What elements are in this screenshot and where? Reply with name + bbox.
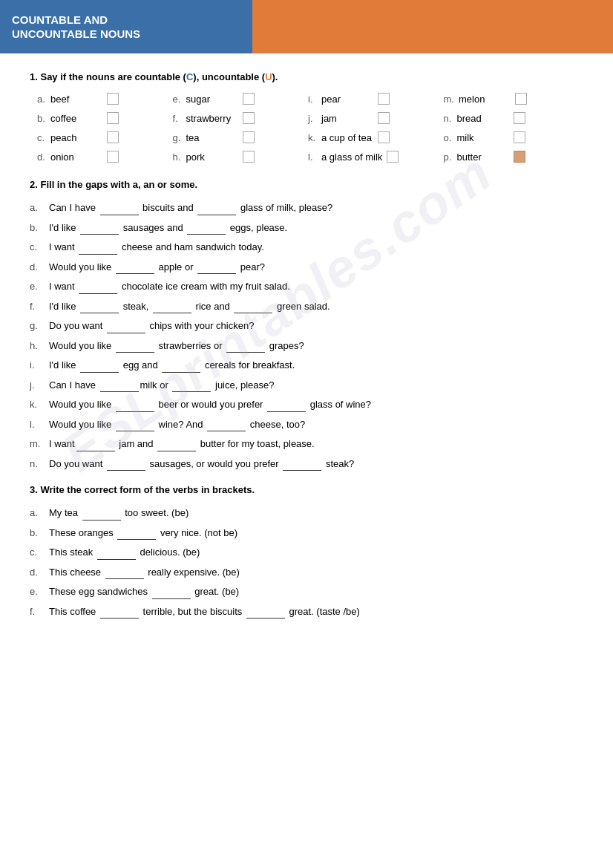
noun-label: c. xyxy=(37,132,46,143)
fill-blank[interactable] xyxy=(79,244,117,255)
fill-blank[interactable] xyxy=(234,303,272,313)
verb-blank[interactable] xyxy=(97,549,136,560)
fill-item-label: l. xyxy=(30,417,46,432)
noun-label: j. xyxy=(308,113,317,124)
fill-blank[interactable] xyxy=(100,205,139,215)
noun-label: d. xyxy=(37,151,46,163)
noun-checkbox[interactable] xyxy=(514,151,525,163)
fill-item-text: Would you like beer or would you prefer … xyxy=(49,397,371,412)
fill-item-text: Would you like wine? And cheese, too? xyxy=(49,417,305,432)
noun-item: p.butter xyxy=(444,151,577,163)
noun-name: pork xyxy=(186,151,238,163)
fill-item-label: d. xyxy=(30,260,46,275)
fill-item-text: I want cheese and ham sandwich today. xyxy=(49,240,264,255)
noun-checkbox[interactable] xyxy=(514,131,525,143)
verb-item-label: d. xyxy=(30,565,46,580)
section3-instruction: Write the correct form of the verbs in b… xyxy=(40,484,255,495)
section2-number: 2. xyxy=(30,179,38,190)
noun-label: l. xyxy=(308,151,317,163)
fill-blank[interactable] xyxy=(207,421,246,431)
nouns-grid: a.beefe.sugari.pearm.melonb.coffeef.stra… xyxy=(30,93,583,163)
fill-blank[interactable] xyxy=(172,382,211,392)
fill-blank[interactable] xyxy=(267,402,306,412)
fill-blank[interactable] xyxy=(80,362,119,373)
verb-blank[interactable] xyxy=(152,589,191,599)
noun-item: l.a glass of milk xyxy=(308,151,441,163)
fill-blank[interactable] xyxy=(76,441,115,451)
noun-checkbox[interactable] xyxy=(243,112,255,124)
header-accent xyxy=(252,0,613,53)
fill-blank[interactable] xyxy=(116,402,154,412)
fill-item-label: c. xyxy=(30,240,46,255)
noun-checkbox[interactable] xyxy=(514,112,525,124)
fill-blank[interactable] xyxy=(197,264,236,274)
noun-checkbox[interactable] xyxy=(378,131,390,143)
fill-item-label: n. xyxy=(30,457,46,471)
fill-blank[interactable] xyxy=(107,323,145,333)
noun-item: e.sugar xyxy=(173,93,306,105)
fill-blank[interactable] xyxy=(162,362,200,373)
verb-item-label: e. xyxy=(30,584,46,599)
fill-blank[interactable] xyxy=(116,342,154,353)
fill-blank[interactable] xyxy=(80,303,119,313)
noun-item: c.peach xyxy=(37,131,170,143)
fill-item-label: f. xyxy=(30,299,46,314)
noun-checkbox[interactable] xyxy=(378,93,390,105)
section2-instruction: Fill in the gaps with a, an or some. xyxy=(40,179,197,190)
noun-name: melon xyxy=(459,94,511,105)
noun-label: a. xyxy=(37,94,46,105)
noun-item: b.coffee xyxy=(37,112,170,124)
fill-blank[interactable] xyxy=(187,224,226,235)
fill-blank[interactable] xyxy=(226,342,265,353)
verb-item-label: a. xyxy=(30,506,46,521)
verb-blank[interactable] xyxy=(105,569,144,579)
noun-checkbox[interactable] xyxy=(107,112,119,124)
noun-name: sugar xyxy=(186,94,238,105)
fill-blank[interactable] xyxy=(107,460,145,471)
fill-item: g.Do you want chips with your chicken? xyxy=(30,319,583,333)
verb-item-text: This cheese really expensive. (be) xyxy=(49,565,240,580)
noun-item: i.pear xyxy=(308,93,441,105)
section1-title: 1. Say if the nouns are countable (C), u… xyxy=(30,71,583,82)
noun-checkbox[interactable] xyxy=(107,151,119,163)
fill-item-label: g. xyxy=(30,319,46,333)
noun-checkbox[interactable] xyxy=(243,93,255,105)
fill-blank[interactable] xyxy=(283,460,321,471)
verb-blank[interactable] xyxy=(100,608,139,619)
fill-blank[interactable] xyxy=(197,205,236,215)
noun-checkbox[interactable] xyxy=(515,93,527,105)
fill-item: a.Can I have biscuits and glass of milk,… xyxy=(30,200,583,215)
verb-blank[interactable] xyxy=(246,608,285,619)
fill-item-text: Would you like strawberries or grapes? xyxy=(49,339,304,353)
noun-item: m.melon xyxy=(444,93,577,105)
noun-checkbox[interactable] xyxy=(107,131,119,143)
noun-name: peach xyxy=(50,132,102,143)
noun-item: a.beef xyxy=(37,93,170,105)
section1-u: U xyxy=(265,71,272,82)
fill-blank[interactable] xyxy=(79,284,117,294)
fill-blank[interactable] xyxy=(153,303,191,313)
verb-item-text: These oranges very nice. (not be) xyxy=(49,526,237,541)
verb-item: f.This coffee terrible, but the biscuits… xyxy=(30,604,583,619)
fill-blank[interactable] xyxy=(116,421,154,431)
noun-checkbox[interactable] xyxy=(107,93,119,105)
fill-blank[interactable] xyxy=(116,264,154,274)
verb-blank[interactable] xyxy=(82,510,121,521)
noun-checkbox[interactable] xyxy=(243,131,255,143)
noun-checkbox[interactable] xyxy=(387,151,399,163)
fill-item-text: I want jam and butter for my toast, plea… xyxy=(49,437,315,451)
fill-item-text: I'd like sausages and eggs, please. xyxy=(49,221,287,235)
noun-name: strawberry xyxy=(186,113,238,124)
fill-item-text: Do you want chips with your chicken? xyxy=(49,319,254,333)
noun-label: h. xyxy=(173,151,182,163)
verb-blank[interactable] xyxy=(117,529,156,540)
fill-item: d.Would you like apple or pear? xyxy=(30,260,583,275)
fill-blank[interactable] xyxy=(80,224,119,235)
noun-label: p. xyxy=(444,151,453,163)
fill-item-text: I'd like egg and cereals for breakfast. xyxy=(49,358,295,373)
header-title: COUNTABLE AND UNCOUNTABLE NOUNS xyxy=(0,0,252,53)
fill-blank[interactable] xyxy=(100,382,139,392)
noun-checkbox[interactable] xyxy=(243,151,255,163)
noun-checkbox[interactable] xyxy=(378,112,390,124)
fill-blank[interactable] xyxy=(157,441,196,451)
